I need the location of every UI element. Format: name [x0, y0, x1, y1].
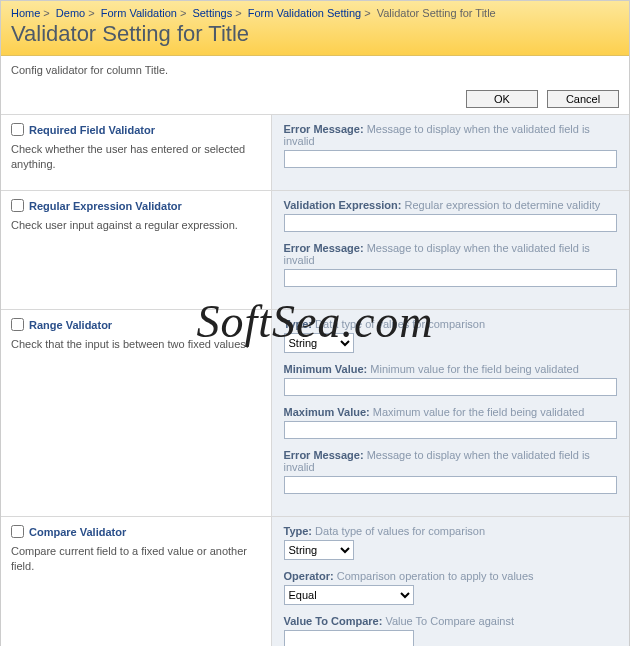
- field-label: Operator:: [284, 570, 334, 582]
- range-checkbox[interactable]: [11, 318, 24, 331]
- required-error-input[interactable]: [284, 150, 618, 168]
- cancel-button[interactable]: Cancel: [547, 90, 619, 108]
- field-label: Minimum Value:: [284, 363, 368, 375]
- required-description: Check whether the user has entered or se…: [11, 142, 261, 172]
- required-label: Required Field Validator: [29, 124, 155, 136]
- breadcrumb-item[interactable]: Form Validation Setting: [248, 7, 362, 19]
- field-hint: Maximum value for the field being valida…: [373, 406, 585, 418]
- page-description: Config validator for column Title.: [1, 56, 629, 86]
- field-label: Maximum Value:: [284, 406, 370, 418]
- field-hint: Comparison operation to apply to values: [337, 570, 534, 582]
- ok-button[interactable]: OK: [466, 90, 538, 108]
- compare-operator-select[interactable]: Equal: [284, 585, 414, 605]
- breadcrumb-item[interactable]: Form Validation: [101, 7, 177, 19]
- field-label: Type:: [284, 318, 313, 330]
- regex-validator-section: Regular Expression Validator Check user …: [1, 191, 629, 310]
- regex-description: Check user input against a regular expre…: [11, 218, 261, 233]
- breadcrumb-item[interactable]: Settings: [192, 7, 232, 19]
- regex-error-input[interactable]: [284, 269, 618, 287]
- breadcrumb-item[interactable]: Demo: [56, 7, 85, 19]
- compare-type-select[interactable]: String: [284, 540, 354, 560]
- range-min-input[interactable]: [284, 378, 618, 396]
- compare-label: Compare Validator: [29, 526, 126, 538]
- range-label: Range Validator: [29, 319, 112, 331]
- regex-label: Regular Expression Validator: [29, 200, 182, 212]
- range-description: Check that the input is between two fixe…: [11, 337, 261, 352]
- field-label: Validation Expression:: [284, 199, 402, 211]
- field-label: Error Message:: [284, 123, 364, 135]
- compare-description: Compare current field to a fixed value o…: [11, 544, 261, 574]
- breadcrumb-current: Validator Setting for Title: [377, 7, 496, 19]
- field-hint: Regular expression to determine validity: [405, 199, 601, 211]
- breadcrumb-item[interactable]: Home: [11, 7, 40, 19]
- field-label: Error Message:: [284, 449, 364, 461]
- range-type-select[interactable]: String: [284, 333, 354, 353]
- field-hint: Data type of values for comparison: [315, 525, 485, 537]
- breadcrumb: Home> Demo> Form Validation> Settings> F…: [11, 7, 619, 19]
- field-hint: Data type of values for comparison: [315, 318, 485, 330]
- field-label: Value To Compare:: [284, 615, 383, 627]
- field-label: Type:: [284, 525, 313, 537]
- range-error-input[interactable]: [284, 476, 618, 494]
- compare-value-input[interactable]: [284, 630, 414, 646]
- top-button-row: OK Cancel: [1, 86, 629, 115]
- compare-validator-section: Compare Validator Compare current field …: [1, 517, 629, 646]
- required-validator-section: Required Field Validator Check whether t…: [1, 115, 629, 191]
- page-title: Validator Setting for Title: [11, 21, 619, 47]
- required-checkbox[interactable]: [11, 123, 24, 136]
- range-validator-section: Range Validator Check that the input is …: [1, 310, 629, 517]
- field-hint: Value To Compare against: [385, 615, 514, 627]
- compare-checkbox[interactable]: [11, 525, 24, 538]
- field-label: Error Message:: [284, 242, 364, 254]
- field-hint: Minimum value for the field being valida…: [370, 363, 579, 375]
- range-max-input[interactable]: [284, 421, 618, 439]
- page-container: Home> Demo> Form Validation> Settings> F…: [0, 0, 630, 646]
- page-header: Home> Demo> Form Validation> Settings> F…: [1, 1, 629, 56]
- regex-checkbox[interactable]: [11, 199, 24, 212]
- regex-expression-input[interactable]: [284, 214, 618, 232]
